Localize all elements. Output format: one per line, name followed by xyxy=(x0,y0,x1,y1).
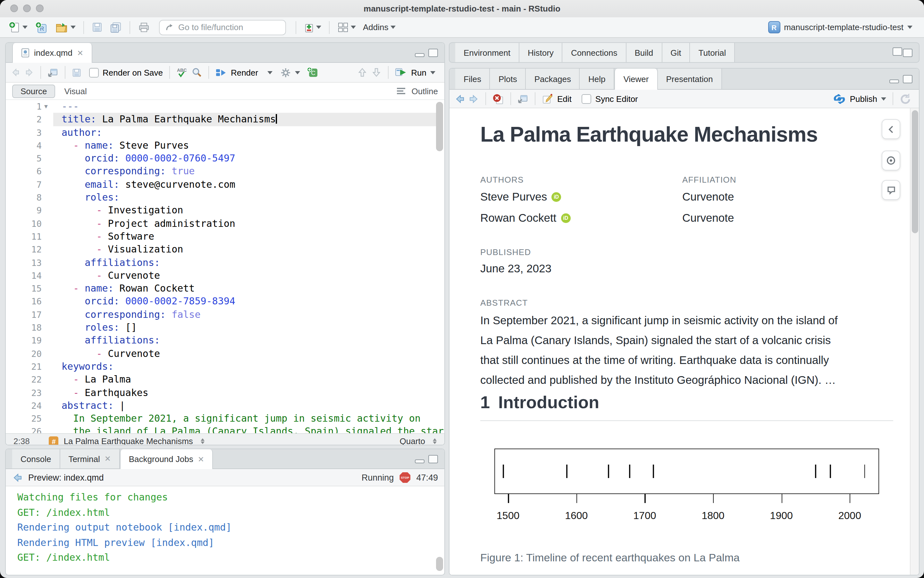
code-line[interactable]: 14 - Curvenote xyxy=(6,269,444,282)
comment-button[interactable] xyxy=(882,180,900,200)
render-button[interactable]: Render xyxy=(231,68,258,77)
minimize-window-button[interactable] xyxy=(23,5,31,12)
publish-button[interactable]: Publish xyxy=(850,94,877,104)
forward-icon[interactable] xyxy=(24,68,34,77)
restore-pane-icon[interactable] xyxy=(903,75,913,83)
tab-packages[interactable]: Packages xyxy=(526,68,580,89)
file-type-selector-icon[interactable] xyxy=(433,438,437,444)
tab-background-jobs[interactable]: Background Jobs✕ xyxy=(120,449,213,469)
edit-button[interactable]: Edit xyxy=(557,94,572,104)
code-line[interactable]: 17 corresponding: false xyxy=(6,308,444,321)
close-tab-icon[interactable]: ✕ xyxy=(77,49,83,57)
source-mode-button[interactable]: Source xyxy=(12,84,55,98)
tab-viewer[interactable]: Viewer xyxy=(614,68,657,90)
run-caret[interactable] xyxy=(430,71,435,74)
visual-mode-button[interactable]: Visual xyxy=(58,85,93,97)
gear-icon[interactable] xyxy=(280,67,291,78)
close-window-button[interactable] xyxy=(10,5,18,12)
console-output[interactable]: Watching files for changesGET: /index.ht… xyxy=(6,486,444,565)
console-scrollbar[interactable] xyxy=(436,557,443,571)
viewer-document[interactable]: La Palma Earthquake Mechanisms AUTHORS A… xyxy=(449,108,919,575)
close-tab-icon[interactable]: ✕ xyxy=(104,455,111,463)
tab-tutorial[interactable]: Tutorial xyxy=(690,43,735,62)
code-line[interactable]: 21keywords: xyxy=(6,360,444,373)
code-line[interactable]: 20 - Curvenote xyxy=(6,347,444,360)
sync-editor-checkbox[interactable] xyxy=(582,94,592,104)
goto-file-input[interactable]: Go to file/function xyxy=(159,19,286,35)
orcid-icon[interactable]: iD xyxy=(551,192,561,202)
restore-pane-icon[interactable] xyxy=(893,47,902,55)
close-tab-icon[interactable]: ✕ xyxy=(198,455,204,463)
run-button[interactable]: Run xyxy=(411,68,426,77)
viewer-forward-icon[interactable] xyxy=(469,94,479,104)
tab-terminal[interactable]: Terminal✕ xyxy=(60,449,120,468)
collapse-panel-button[interactable] xyxy=(882,119,900,139)
code-line[interactable]: 13 affiliations: xyxy=(6,256,444,269)
publish-caret[interactable] xyxy=(881,97,886,100)
minimize-pane-icon[interactable] xyxy=(415,459,425,463)
render-on-save-checkbox[interactable] xyxy=(89,68,99,77)
tab-files[interactable]: Files xyxy=(455,68,490,89)
maximize-pane-icon[interactable] xyxy=(903,49,913,57)
back-icon[interactable] xyxy=(11,68,21,77)
code-line[interactable]: 8 roles: xyxy=(6,191,444,204)
code-line[interactable]: 22 - La Palma xyxy=(6,373,444,386)
tab-build[interactable]: Build xyxy=(626,43,662,62)
minimize-pane-icon[interactable] xyxy=(415,53,425,57)
insert-chunk-icon[interactable]: C xyxy=(306,67,318,78)
section-selector-icon[interactable] xyxy=(201,438,205,444)
code-line[interactable]: 19 affiliations: xyxy=(6,334,444,347)
tab-connections[interactable]: Connections xyxy=(563,43,626,62)
save-button[interactable] xyxy=(90,21,104,34)
run-next-icon[interactable] xyxy=(371,67,382,78)
code-line[interactable]: 18 roles: [] xyxy=(6,321,444,334)
maximize-pane-icon[interactable] xyxy=(428,455,438,463)
run-previous-icon[interactable] xyxy=(357,67,368,78)
file-type[interactable]: Quarto xyxy=(400,437,425,445)
popout-icon[interactable] xyxy=(47,68,59,77)
outline-toggle[interactable]: Outline xyxy=(412,86,438,96)
pane-layout-button[interactable] xyxy=(335,21,358,34)
render-caret[interactable] xyxy=(267,71,272,74)
fold-arrow-icon[interactable]: ▼ xyxy=(44,100,48,113)
highlight-toggle-button[interactable] xyxy=(882,151,900,170)
code-line[interactable]: 10 - Project administration xyxy=(6,217,444,230)
code-line[interactable]: 1▼--- xyxy=(6,100,444,113)
code-line[interactable]: 23 - Earthquakes xyxy=(6,386,444,399)
version-control-button[interactable] xyxy=(302,20,323,34)
code-line[interactable]: 11 - Software xyxy=(6,230,444,243)
print-button[interactable] xyxy=(136,20,152,34)
code-line[interactable]: 16 orcid: 0000-0002-7859-8394 xyxy=(6,295,444,308)
code-line[interactable]: 4 - name: Steve Purves xyxy=(6,139,444,152)
tab-index-qmd[interactable]: index.qmd ✕ xyxy=(12,43,92,63)
maximize-pane-icon[interactable] xyxy=(428,49,438,57)
code-line[interactable]: 12 - Visualization xyxy=(6,243,444,257)
zoom-window-button[interactable] xyxy=(36,5,44,12)
tab-presentation[interactable]: Presentation xyxy=(657,68,722,89)
code-line[interactable]: 3author: xyxy=(6,126,444,139)
code-line[interactable]: 2title: La Palma Earthquake Mechanisms xyxy=(6,113,444,126)
back-to-jobs-icon[interactable] xyxy=(12,472,23,482)
tab-git[interactable]: Git xyxy=(662,43,690,62)
stop-job-icon[interactable]: STOP xyxy=(400,472,410,483)
addins-button[interactable]: Addins xyxy=(361,21,398,33)
orcid-icon[interactable]: iD xyxy=(561,213,570,223)
viewer-scrollbar-thumb[interactable] xyxy=(911,110,918,233)
code-editor[interactable]: 1▼---2title: La Palma Earthquake Mechani… xyxy=(6,100,444,433)
open-file-button[interactable] xyxy=(53,20,78,34)
code-line[interactable]: 9 - Investigation xyxy=(6,204,444,217)
editor-scrollbar[interactable] xyxy=(436,102,443,151)
code-line[interactable]: 26 the island of La Palma (Canary Island… xyxy=(6,425,444,433)
code-line[interactable]: 25 In September 2021, a significant jump… xyxy=(6,412,444,425)
viewer-back-icon[interactable] xyxy=(455,94,465,104)
code-line[interactable]: 24abstract: | xyxy=(6,399,444,412)
code-line[interactable]: 6 corresponding: true xyxy=(6,165,444,178)
save-icon-small[interactable] xyxy=(72,68,81,77)
new-file-button[interactable] xyxy=(7,20,29,35)
search-icon[interactable] xyxy=(192,67,202,78)
discard-preview-icon[interactable] xyxy=(493,93,504,104)
code-line[interactable]: 5 orcid: 0000-0002-0760-5497 xyxy=(6,152,444,165)
tab-help[interactable]: Help xyxy=(580,68,615,89)
spellcheck-icon[interactable]: ABC xyxy=(176,67,188,78)
code-line[interactable]: 15 - name: Rowan Cockett xyxy=(6,282,444,295)
